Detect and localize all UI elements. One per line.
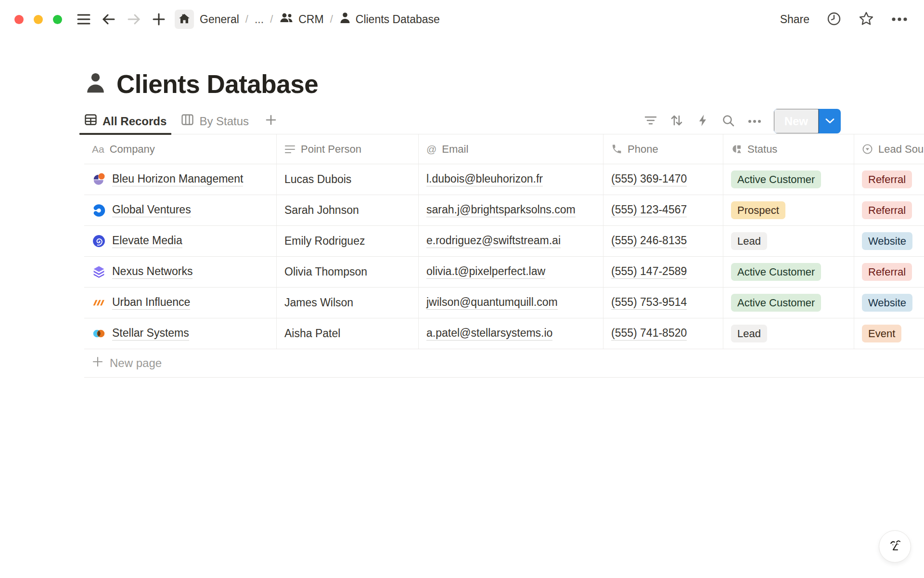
home-button[interactable] [175, 10, 194, 29]
phone-cell[interactable]: (555) 246-8135 [603, 226, 723, 256]
point-person-cell[interactable]: Emily Rodriguez [277, 226, 419, 256]
favorite-button[interactable] [859, 11, 874, 27]
email-link[interactable]: jwilson@quantumquill.com [426, 296, 558, 310]
page-icon[interactable] [84, 71, 107, 97]
filter-button[interactable] [640, 111, 661, 132]
point-person-cell[interactable]: Olivia Thompson [277, 257, 419, 287]
view-options-button[interactable] [744, 111, 765, 132]
email-cell[interactable]: olivia.t@pixelperfect.law [419, 257, 603, 287]
phone-cell[interactable]: (555) 147-2589 [603, 257, 723, 287]
company-name[interactable]: Bleu Horizon Management [112, 172, 243, 186]
minimize-window-button[interactable] [34, 15, 43, 24]
email-link[interactable]: olivia.t@pixelperfect.law [426, 265, 545, 279]
status-cell[interactable]: Active Customer [723, 257, 854, 287]
column-header-company[interactable]: Aa Company [84, 134, 277, 164]
company-name[interactable]: Nexus Networks [112, 265, 192, 279]
status-cell[interactable]: Lead [723, 318, 854, 349]
status-badge[interactable]: Prospect [731, 201, 785, 220]
column-header-email[interactable]: @ Email [419, 134, 603, 164]
breadcrumb-item-clients-database[interactable]: Clients Database [339, 12, 440, 27]
point-person-cell[interactable]: Sarah Johnson [277, 195, 419, 225]
status-badge[interactable]: Active Customer [731, 263, 821, 281]
email-link[interactable]: l.dubois@bleuhorizon.fr [426, 172, 543, 186]
email-cell[interactable]: e.rodriguez@swiftstream.ai [419, 226, 603, 256]
company-cell[interactable]: Stellar Systems [84, 318, 277, 349]
status-cell[interactable]: Active Customer [723, 288, 854, 318]
status-badge[interactable]: Lead [731, 325, 767, 343]
point-person-cell[interactable]: Aisha Patel [277, 318, 419, 349]
tab-by-status[interactable]: By Status [181, 108, 249, 134]
add-view-button[interactable] [265, 108, 277, 134]
new-tab-button[interactable] [150, 10, 168, 28]
email-cell[interactable]: jwilson@quantumquill.com [419, 288, 603, 318]
lead-source-cell[interactable]: Referral [854, 195, 924, 225]
phone-cell[interactable]: (555) 369-1470 [603, 164, 723, 195]
status-badge[interactable]: Active Customer [731, 294, 821, 312]
phone-link[interactable]: (555) 741-8520 [611, 327, 687, 341]
notion-ai-button[interactable] [879, 530, 911, 563]
lead-source-cell[interactable]: Referral [854, 164, 924, 195]
share-button[interactable]: Share [780, 13, 809, 26]
phone-link[interactable]: (555) 123-4567 [611, 203, 687, 217]
point-person-cell[interactable]: Lucas Dubois [277, 164, 419, 195]
company-name[interactable]: Global Ventures [112, 203, 191, 217]
lead-source-badge[interactable]: Website [862, 232, 912, 250]
phone-cell[interactable]: (555) 741-8520 [603, 318, 723, 349]
updates-button[interactable] [827, 12, 841, 27]
lead-source-cell[interactable]: Event [854, 318, 924, 349]
automations-button[interactable] [692, 111, 713, 132]
company-cell[interactable]: Urban Influence [84, 288, 277, 318]
company-name[interactable]: Elevate Media [112, 234, 182, 248]
breadcrumb-item-crm[interactable]: CRM [279, 12, 323, 26]
column-header-point-person[interactable]: Point Person [277, 134, 419, 164]
column-header-status[interactable]: Status [723, 134, 854, 164]
company-cell[interactable]: Elevate Media [84, 226, 277, 256]
tab-all-records[interactable]: All Records [84, 108, 167, 134]
email-cell[interactable]: l.dubois@bleuhorizon.fr [419, 164, 603, 195]
column-header-lead-source[interactable]: Lead Source [854, 134, 924, 164]
phone-link[interactable]: (555) 147-2589 [611, 265, 687, 279]
email-link[interactable]: a.patel@stellarsystems.io [426, 327, 552, 341]
sidebar-menu-button[interactable] [75, 10, 93, 28]
phone-link[interactable]: (555) 369-1470 [611, 172, 687, 186]
sort-button[interactable] [666, 111, 687, 132]
phone-link[interactable]: (555) 753-9514 [611, 296, 687, 310]
lead-source-cell[interactable]: Website [854, 288, 924, 318]
status-cell[interactable]: Active Customer [723, 164, 854, 195]
new-record-dropdown-button[interactable] [819, 109, 841, 133]
zoom-window-button[interactable] [53, 15, 62, 24]
point-person-cell[interactable]: James Wilson [277, 288, 419, 318]
breadcrumb-item-general[interactable]: General [200, 13, 239, 26]
phone-cell[interactable]: (555) 753-9514 [603, 288, 723, 318]
page-options-button[interactable] [891, 16, 908, 23]
close-window-button[interactable] [14, 15, 24, 24]
status-badge[interactable]: Active Customer [731, 171, 821, 189]
email-link[interactable]: sarah.j@brightsparksolns.com [426, 203, 576, 217]
page-title[interactable]: Clients Database [116, 69, 318, 99]
company-cell[interactable]: Global Ventures [84, 195, 277, 225]
lead-source-badge[interactable]: Referral [862, 201, 912, 220]
phone-link[interactable]: (555) 246-8135 [611, 234, 687, 248]
new-page-button[interactable]: New page [84, 349, 924, 378]
company-cell[interactable]: Bleu Horizon Management [84, 164, 277, 195]
lead-source-badge[interactable]: Referral [862, 171, 912, 189]
lead-source-cell[interactable]: Website [854, 226, 924, 256]
email-cell[interactable]: a.patel@stellarsystems.io [419, 318, 603, 349]
forward-button[interactable] [125, 10, 143, 28]
company-cell[interactable]: Nexus Networks [84, 257, 277, 287]
phone-cell[interactable]: (555) 123-4567 [603, 195, 723, 225]
column-header-phone[interactable]: Phone [603, 134, 723, 164]
email-link[interactable]: e.rodriguez@swiftstream.ai [426, 234, 561, 248]
lead-source-badge[interactable]: Referral [862, 263, 912, 281]
status-badge[interactable]: Lead [731, 232, 767, 250]
lead-source-badge[interactable]: Website [862, 294, 912, 312]
search-button[interactable] [718, 111, 739, 132]
new-record-button[interactable]: New [774, 109, 819, 133]
email-cell[interactable]: sarah.j@brightsparksolns.com [419, 195, 603, 225]
company-name[interactable]: Stellar Systems [112, 327, 189, 341]
lead-source-badge[interactable]: Event [862, 325, 901, 343]
status-cell[interactable]: Lead [723, 226, 854, 256]
company-name[interactable]: Urban Influence [112, 296, 190, 310]
breadcrumb-collapsed-items[interactable]: ... [255, 13, 264, 26]
status-cell[interactable]: Prospect [723, 195, 854, 225]
